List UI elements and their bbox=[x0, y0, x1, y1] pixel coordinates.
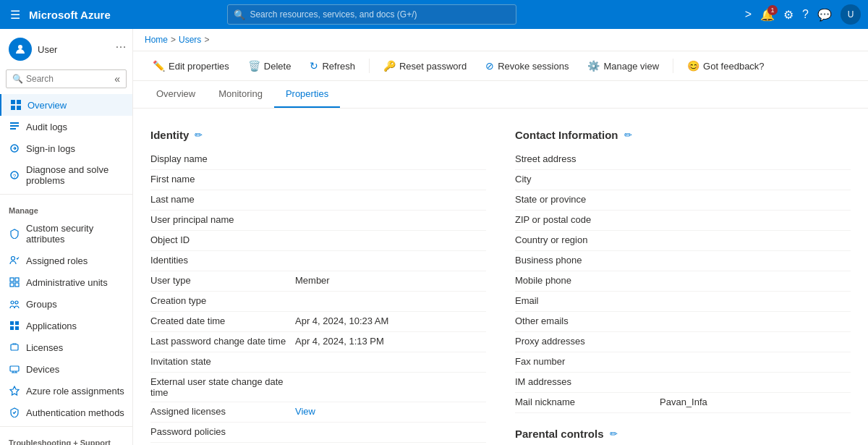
parental-edit-icon[interactable]: ✏ bbox=[610, 428, 618, 439]
prop-created-datetime: Created date time Apr 4, 2024, 10:23 AM bbox=[150, 312, 486, 332]
notification-badge: 1 bbox=[767, 5, 778, 15]
toolbar: ✏️ Edit properties 🗑️ Delete ↻ Refresh 🔑… bbox=[133, 51, 868, 81]
sidebar-item-groups-label: Groups bbox=[26, 299, 57, 310]
sidebar-item-overview-label: Overview bbox=[27, 100, 67, 111]
tabs-bar: Overview Monitoring Properties bbox=[133, 81, 868, 109]
parental-section-header: Parental controls ✏ bbox=[515, 428, 851, 440]
prop-assigned-licenses-value[interactable]: View bbox=[295, 406, 486, 417]
prop-upn-label: User principal name bbox=[150, 214, 295, 225]
topbar: ☰ Microsoft Azure 🔍 > 🔔 1 ⚙ ? 💬 U bbox=[0, 0, 868, 29]
svg-rect-4 bbox=[17, 106, 21, 110]
sidebar-item-auth-methods[interactable]: Authentication methods bbox=[0, 402, 132, 423]
svg-rect-15 bbox=[15, 283, 19, 287]
sidebar-item-overview[interactable]: Overview bbox=[0, 94, 132, 116]
prop-last-pwd-change: Last password change date time Apr 4, 20… bbox=[150, 332, 486, 352]
prop-zip-label: ZIP or postal code bbox=[515, 214, 660, 225]
contact-section-header: Contact Information ✏ bbox=[515, 129, 851, 141]
manage-view-button[interactable]: ⚙️ Manage view bbox=[579, 56, 667, 76]
sidebar-collapse-icon[interactable]: « bbox=[114, 73, 120, 85]
breadcrumb-users[interactable]: Users bbox=[179, 35, 201, 45]
prop-upn: User principal name bbox=[150, 211, 486, 231]
sidebar-item-signin-logs[interactable]: Sign-in logs bbox=[0, 137, 132, 159]
troubleshoot-section-label: Troubleshooting + Support bbox=[0, 430, 132, 445]
delete-label: Delete bbox=[264, 61, 292, 72]
prop-business-phone-label: Business phone bbox=[515, 255, 660, 266]
user-avatar[interactable]: U bbox=[841, 4, 861, 25]
breadcrumb-home[interactable]: Home bbox=[145, 35, 168, 45]
sidebar-item-licenses[interactable]: Licenses bbox=[0, 336, 132, 358]
contact-edit-icon[interactable]: ✏ bbox=[624, 130, 632, 140]
svg-rect-1 bbox=[11, 100, 15, 104]
refresh-label: Refresh bbox=[322, 61, 355, 72]
svg-rect-21 bbox=[15, 326, 19, 330]
delete-button[interactable]: 🗑️ Delete bbox=[240, 56, 299, 76]
edit-properties-button[interactable]: ✏️ Edit properties bbox=[145, 56, 237, 76]
prop-identities-label: Identities bbox=[150, 255, 295, 266]
sidebar-item-admin-label: Administrative units bbox=[26, 277, 108, 288]
settings-icon[interactable]: ⚙ bbox=[783, 8, 793, 22]
help-icon[interactable]: ? bbox=[802, 8, 809, 21]
feedback-button[interactable]: 😊 Got feedback? bbox=[679, 56, 773, 76]
signin-icon bbox=[9, 143, 20, 154]
sidebar-item-azure-roles[interactable]: Azure role assignments bbox=[0, 380, 132, 402]
prop-other-emails-label: Other emails bbox=[515, 315, 660, 326]
sidebar-search-input[interactable] bbox=[26, 74, 111, 84]
tab-monitoring-label: Monitoring bbox=[218, 88, 263, 99]
identity-edit-icon[interactable]: ✏ bbox=[195, 130, 203, 140]
manage-view-icon: ⚙️ bbox=[587, 60, 600, 72]
feedback-icon[interactable]: 💬 bbox=[817, 8, 832, 22]
prop-creation-type: Creation type bbox=[150, 292, 486, 312]
reset-password-button[interactable]: 🔑 Reset password bbox=[375, 56, 475, 76]
sidebar-item-applications[interactable]: Applications bbox=[0, 315, 132, 336]
breadcrumb-sep-2: > bbox=[204, 35, 209, 45]
prop-fax-label: Fax number bbox=[515, 356, 660, 367]
tab-monitoring[interactable]: Monitoring bbox=[207, 81, 274, 108]
prop-external-state-label: External user state change date time bbox=[150, 376, 295, 398]
sidebar: User … 🔍 « Overview Audit logs bbox=[0, 29, 133, 445]
prop-user-type: User type Member bbox=[150, 271, 486, 292]
prop-display-name: Display name bbox=[150, 150, 486, 170]
tab-properties[interactable]: Properties bbox=[274, 81, 340, 108]
cloud-shell-icon[interactable]: > bbox=[745, 8, 752, 21]
svg-marker-24 bbox=[10, 386, 19, 395]
prop-city: City bbox=[515, 170, 851, 190]
refresh-icon: ↻ bbox=[310, 60, 318, 72]
sidebar-item-groups[interactable]: Groups bbox=[0, 293, 132, 315]
prop-first-name-label: First name bbox=[150, 174, 295, 185]
prop-invitation-state: Invitation state bbox=[150, 352, 486, 373]
sidebar-nav: Overview Audit logs Sign-in logs ? Diagn… bbox=[0, 94, 132, 445]
sidebar-ellipsis-button[interactable]: … bbox=[115, 38, 127, 51]
prop-first-name: First name bbox=[150, 170, 486, 190]
revoke-sessions-button[interactable]: ⊘ Revoke sessions bbox=[477, 56, 576, 76]
prop-im-addresses: IM addresses bbox=[515, 373, 851, 393]
sidebar-user-info: User bbox=[9, 38, 57, 61]
toolbar-separator-2 bbox=[673, 59, 673, 73]
sidebar-item-azure-roles-label: Azure role assignments bbox=[26, 386, 124, 397]
toolbar-separator-1 bbox=[369, 59, 370, 73]
contact-title: Contact Information bbox=[515, 129, 618, 141]
sidebar-item-audit-logs[interactable]: Audit logs bbox=[0, 116, 132, 137]
hamburger-icon[interactable]: ☰ bbox=[7, 5, 23, 25]
sidebar-item-admin-units[interactable]: Administrative units bbox=[0, 271, 132, 293]
prop-country: Country or region bbox=[515, 231, 851, 251]
sidebar-item-assigned-roles[interactable]: Assigned roles bbox=[0, 250, 132, 271]
svg-rect-3 bbox=[11, 106, 15, 110]
svg-text:?: ? bbox=[13, 173, 17, 179]
feedback-icon: 😊 bbox=[687, 60, 699, 72]
prop-user-type-label: User type bbox=[150, 275, 295, 286]
sidebar-item-custom-security[interactable]: Custom security attributes bbox=[0, 218, 132, 250]
properties-panel: Identity ✏ Display name First name Last … bbox=[133, 109, 868, 445]
notifications-icon[interactable]: 🔔 1 bbox=[760, 8, 775, 22]
reset-password-label: Reset password bbox=[399, 61, 467, 72]
search-input[interactable] bbox=[250, 9, 510, 20]
prop-last-pwd-change-label: Last password change date time bbox=[150, 336, 295, 347]
sidebar-item-diagnose[interactable]: ? Diagnose and solve problems bbox=[0, 159, 132, 191]
tab-overview[interactable]: Overview bbox=[145, 81, 207, 108]
prop-creation-type-label: Creation type bbox=[150, 295, 295, 306]
refresh-button[interactable]: ↻ Refresh bbox=[302, 56, 363, 76]
prop-pwd-policies-label: Password policies bbox=[150, 426, 295, 437]
sidebar-item-devices[interactable]: Devices bbox=[0, 358, 132, 380]
svg-rect-23 bbox=[10, 366, 19, 371]
prop-email-label: Email bbox=[515, 295, 660, 306]
prop-street-address: Street address bbox=[515, 150, 851, 170]
